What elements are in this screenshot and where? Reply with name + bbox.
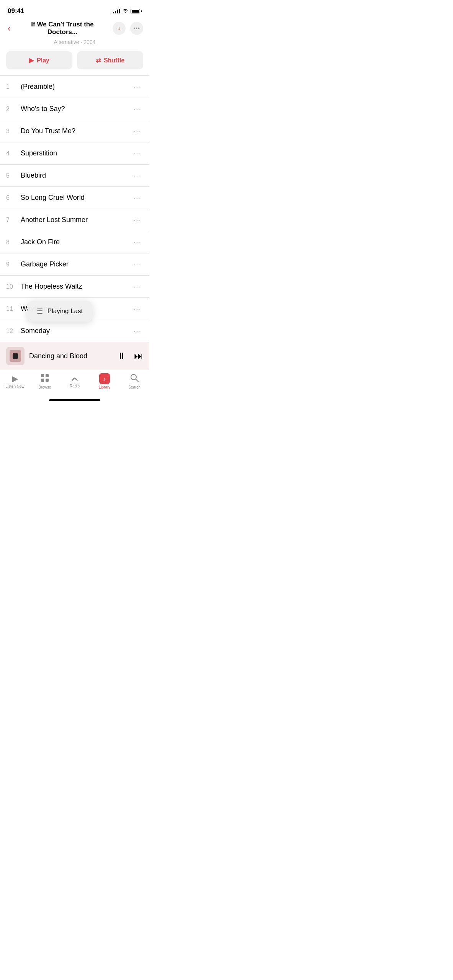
listen-now-icon: ▶ — [12, 374, 18, 383]
tab-label: Search — [128, 385, 141, 389]
nav-actions: ↓ ••• — [113, 22, 143, 35]
track-row-5[interactable]: 5 Bluebird ··· — [0, 165, 149, 187]
skip-forward-button[interactable]: ⏭ — [134, 351, 143, 361]
action-buttons: ▶ Play ⇄ Shuffle — [0, 50, 149, 75]
tab-label: Browse — [38, 385, 51, 389]
track-row-9[interactable]: 9 Garbage Picker ··· — [0, 253, 149, 276]
svg-rect-6 — [46, 379, 49, 382]
track-title: Superstition — [18, 143, 131, 163]
track-row-4[interactable]: 4 Superstition ··· — [0, 142, 149, 165]
library-icon: ♪ — [99, 373, 110, 384]
track-more-button[interactable]: ··· — [131, 101, 143, 116]
track-row-3[interactable]: 3 Do You Trust Me? ··· — [0, 120, 149, 142]
track-number: 1 — [6, 83, 18, 90]
now-playing-title: Dancing and Blood — [29, 352, 113, 360]
shuffle-icon: ⇄ — [96, 57, 101, 64]
track-number: 12 — [6, 328, 18, 335]
track-title: Do You Trust Me? — [18, 121, 131, 141]
track-more-button[interactable]: ··· — [131, 168, 143, 183]
track-row-11[interactable]: 11 Wayfaring Str... ··· ☰ Playing Last — [0, 298, 149, 320]
track-more-button[interactable]: ··· — [131, 235, 143, 250]
playback-controls: ⏸ ⏭ — [117, 351, 143, 361]
track-more-button[interactable]: ··· — [131, 146, 143, 161]
radio-icon — [70, 375, 79, 383]
track-row-2[interactable]: 2 Who's to Say? ··· — [0, 98, 149, 120]
track-row-10[interactable]: 10 The Hopeless Waltz ··· — [0, 276, 149, 298]
queue-icon: ☰ — [37, 307, 43, 315]
track-row-12[interactable]: 12 Someday ··· — [0, 320, 149, 342]
track-title: Bluebird — [18, 165, 131, 186]
play-label: Play — [37, 57, 49, 64]
playing-last-tooltip: ☰ Playing Last — [28, 301, 92, 322]
back-button[interactable]: ‹ — [6, 21, 12, 35]
track-more-button[interactable]: ··· — [131, 323, 143, 338]
svg-rect-3 — [41, 374, 44, 377]
status-icons — [113, 8, 142, 14]
track-number: 3 — [6, 128, 18, 135]
svg-rect-2 — [13, 353, 18, 359]
track-row-1[interactable]: 1 (Preamble) ··· — [0, 76, 149, 98]
download-button[interactable]: ↓ — [113, 22, 126, 35]
status-time: 09:41 — [8, 7, 24, 15]
track-row-7[interactable]: 7 Another Lost Summer ··· — [0, 209, 149, 231]
now-playing-bar[interactable]: Dancing and Blood ⏸ ⏭ — [0, 342, 149, 370]
track-number: 9 — [6, 261, 18, 268]
svg-point-7 — [74, 377, 75, 379]
track-title: (Preamble) — [18, 77, 131, 97]
track-list: 1 (Preamble) ··· 2 Who's to Say? ··· 3 D… — [0, 75, 149, 342]
track-more-button[interactable]: ··· — [131, 190, 143, 205]
track-number: 10 — [6, 283, 18, 290]
track-more-button[interactable]: ··· — [131, 279, 143, 294]
shuffle-label: Shuffle — [104, 57, 124, 64]
tab-label: Library — [99, 385, 111, 389]
track-title: Another Lost Summer — [18, 210, 131, 230]
more-button[interactable]: ••• — [130, 22, 143, 35]
track-title: So Long Cruel World — [18, 188, 131, 208]
tooltip-label: Playing Last — [47, 307, 83, 315]
nav-header: ‹ If We Can't Trust the Doctors... ↓ ••• — [0, 19, 149, 39]
download-icon: ↓ — [118, 25, 121, 32]
shuffle-button[interactable]: ⇄ Shuffle — [77, 51, 143, 69]
page-title: If We Can't Trust the Doctors... — [12, 21, 113, 36]
track-title: Garbage Picker — [18, 254, 131, 274]
more-icon: ••• — [133, 25, 140, 31]
track-title: Someday — [18, 321, 131, 341]
play-button[interactable]: ▶ Play — [6, 51, 72, 69]
tab-search[interactable]: Search — [119, 374, 149, 389]
album-subtitle: Alternative · 2004 — [0, 39, 149, 50]
now-playing-artwork — [6, 347, 25, 365]
track-row-6[interactable]: 6 So Long Cruel World ··· — [0, 187, 149, 209]
track-number: 4 — [6, 150, 18, 157]
wifi-icon — [122, 8, 128, 14]
battery-icon — [131, 9, 142, 13]
tab-label: Listen Now — [5, 384, 24, 389]
track-number: 5 — [6, 172, 18, 179]
signal-icon — [113, 9, 120, 13]
tab-library[interactable]: ♪ Library — [90, 373, 119, 389]
home-indicator — [0, 397, 149, 404]
track-more-button[interactable]: ··· — [131, 79, 143, 94]
track-title: Who's to Say? — [18, 99, 131, 119]
track-more-button[interactable]: ··· — [131, 212, 143, 227]
pause-button[interactable]: ⏸ — [117, 351, 126, 361]
svg-rect-5 — [41, 379, 44, 382]
track-title: The Hopeless Waltz — [18, 276, 131, 297]
track-number: 8 — [6, 239, 18, 246]
play-icon: ▶ — [29, 57, 34, 64]
track-more-button[interactable]: ··· — [131, 257, 143, 272]
track-row-8[interactable]: 8 Jack On Fire ··· — [0, 231, 149, 253]
track-number: 2 — [6, 106, 18, 113]
tab-label: Radio — [70, 384, 80, 388]
tab-browse[interactable]: Browse — [30, 374, 60, 389]
tab-bar: ▶ Listen Now Browse Radio ♪ — [0, 370, 149, 397]
track-more-button[interactable]: ··· — [131, 301, 143, 316]
track-number: 6 — [6, 194, 18, 201]
svg-rect-4 — [46, 374, 49, 377]
status-bar: 09:41 — [0, 0, 149, 19]
tab-radio[interactable]: Radio — [60, 375, 90, 388]
track-number: 7 — [6, 217, 18, 224]
home-pill — [49, 399, 100, 401]
tab-listen-now[interactable]: ▶ Listen Now — [0, 374, 30, 389]
track-more-button[interactable]: ··· — [131, 124, 143, 139]
track-title: Jack On Fire — [18, 232, 131, 252]
